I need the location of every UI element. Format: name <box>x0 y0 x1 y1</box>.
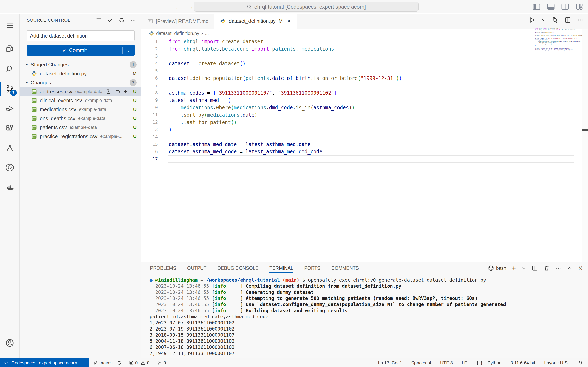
code-line-4[interactable]: 4dataset = create_dataset() <box>141 60 582 67</box>
breadcrumb-file[interactable]: dataset_definition.py <box>156 31 199 36</box>
toggle-sidebar-icon[interactable] <box>532 3 541 11</box>
indentation[interactable]: Spaces: 4 <box>411 360 431 366</box>
split-terminal-icon[interactable] <box>532 265 538 271</box>
code-line-7[interactable]: 7 <box>141 82 582 89</box>
close-panel-icon[interactable]: ✕ <box>578 265 583 271</box>
maximize-panel-chevron-icon[interactable] <box>567 266 572 271</box>
tab-dataset-definition[interactable]: dataset_definition.py M ✕ <box>214 14 297 29</box>
testing-icon[interactable] <box>0 139 20 157</box>
source-control-icon[interactable]: 7 <box>0 80 20 98</box>
scrollbar-handle[interactable] <box>582 129 588 131</box>
python-runtime[interactable]: 3.11.6 64-bit <box>510 360 535 366</box>
commit-dropdown-chevron-icon[interactable]: ⌄ <box>123 48 135 53</box>
toggle-secondary-sidebar-icon[interactable] <box>561 3 569 11</box>
refresh-icon[interactable] <box>119 17 125 23</box>
code-line-15[interactable]: 15dataset.asthma_med_date = latest_asthm… <box>141 141 582 148</box>
run-dropdown-chevron-icon[interactable] <box>541 18 546 22</box>
breadcrumb-more[interactable]: ... <box>205 31 209 36</box>
remote-indicator[interactable]: Codespaces: expert space acorn <box>0 359 89 367</box>
panel-tab-comments[interactable]: COMMENTS <box>331 262 359 275</box>
run-debug-icon[interactable] <box>0 99 20 118</box>
run-file-icon[interactable] <box>529 17 536 24</box>
extensions-icon[interactable] <box>0 119 20 138</box>
docker-icon[interactable] <box>0 178 20 196</box>
remote-icon <box>4 360 9 365</box>
scm-file-row[interactable]: practice_registrations.csvexample-...U <box>20 132 141 141</box>
tab-readme-preview[interactable]: [Preview] README.md <box>141 14 214 29</box>
menu-icon[interactable] <box>0 17 20 35</box>
view-as-tree-icon[interactable] <box>96 17 102 23</box>
file-name: dataset_definition.py <box>40 71 86 77</box>
code-line-11[interactable]: 11 .sort_by(medications.date) <box>141 111 582 119</box>
commit-message-input[interactable] <box>26 30 135 41</box>
open-changes-icon[interactable] <box>552 17 559 24</box>
minimap[interactable]: from ehrql import create_datasetfrom ehr… <box>535 27 582 52</box>
terminal-output[interactable]: ● @iaindillingham → /workspaces/ehrql-tu… <box>150 277 586 358</box>
scm-section-staged-changes[interactable]: ▾Staged Changes1 <box>20 60 141 69</box>
panel-more-actions-icon[interactable] <box>555 265 562 271</box>
code-line-14[interactable]: 14 <box>141 133 582 141</box>
scm-file-row[interactable]: medications.csvexample-dataU <box>20 105 141 114</box>
editor-scrollbar[interactable] <box>582 29 588 262</box>
scm-file-row[interactable]: patients.csvexample-dataU <box>20 123 141 132</box>
eol-sequence[interactable]: LF <box>462 360 467 366</box>
ports-status[interactable]: 0 <box>156 360 166 366</box>
new-terminal-icon[interactable]: + <box>512 264 516 272</box>
code-line-10[interactable]: 10 medications.where(medications.dmd_cod… <box>141 104 582 111</box>
code-line-16[interactable]: 16dataset.asthma_med_code = latest_asthm… <box>141 148 582 155</box>
scm-file-row[interactable]: ons_deaths.csvexample-dataU <box>20 114 141 123</box>
discard-changes-icon[interactable] <box>115 89 121 94</box>
nav-forward-icon[interactable]: → <box>187 3 194 11</box>
git-status-badge: U <box>133 107 137 112</box>
code-line-5[interactable]: 5 <box>141 67 582 75</box>
code-editor[interactable]: 1from ehrql import create_dataset2from e… <box>141 38 582 262</box>
code-line-6[interactable]: 6dataset.define_population(patients.date… <box>141 75 582 82</box>
code-line-17[interactable]: 17 <box>141 155 582 163</box>
more-actions-icon[interactable] <box>130 17 136 23</box>
tab-close-icon[interactable]: ✕ <box>287 18 291 24</box>
sync-icon[interactable] <box>117 360 122 365</box>
search-view-icon[interactable] <box>0 60 20 78</box>
code-line-2[interactable]: 2from ehrql.tables.beta.core import pati… <box>141 45 582 53</box>
notifications-bell-icon[interactable] <box>578 360 583 366</box>
language-mode[interactable]: {․} Python <box>476 360 502 366</box>
scm-file-row[interactable]: dataset_definition.pyM <box>20 69 141 78</box>
code-line-8[interactable]: 8asthma_codes = ["39113311000001107", "3… <box>141 89 582 97</box>
github-icon[interactable] <box>0 158 20 177</box>
kill-terminal-trash-icon[interactable] <box>544 265 550 271</box>
panel-tab-ports[interactable]: PORTS <box>304 262 320 275</box>
code-line-1[interactable]: 1from ehrql import create_dataset <box>141 38 582 45</box>
problems-status[interactable]: 0 0 <box>129 360 150 366</box>
keyboard-layout[interactable]: Layout: U.S. <box>544 360 569 366</box>
nav-back-icon[interactable]: ← <box>175 3 182 11</box>
explorer-icon[interactable] <box>0 40 20 58</box>
panel-tab-output[interactable]: OUTPUT <box>187 262 207 275</box>
stage-changes-icon[interactable]: + <box>124 89 127 94</box>
panel-tab-terminal[interactable]: TERMINAL <box>269 262 293 275</box>
commit-button[interactable]: ✓Commit ⌄ <box>26 45 135 56</box>
panel-tab-problems[interactable]: PROBLEMS <box>150 262 176 275</box>
breadcrumb[interactable]: dataset_definition.py › ... <box>141 29 588 38</box>
code-line-9[interactable]: 9latest_asthma_med = ( <box>141 97 582 104</box>
encoding[interactable]: UTF-8 <box>440 360 453 366</box>
open-file-icon[interactable] <box>106 89 112 94</box>
scm-section-changes[interactable]: ▾Changes7 <box>20 78 141 87</box>
code-line-3[interactable]: 3 <box>141 53 582 60</box>
code-line-12[interactable]: 12 .last_for_patient() <box>141 119 582 126</box>
terminal-dropdown-chevron-icon[interactable] <box>521 266 526 270</box>
code-line-13[interactable]: 13) <box>141 126 582 133</box>
split-editor-icon[interactable] <box>564 17 571 24</box>
customize-layout-icon[interactable] <box>575 3 584 11</box>
command-center-search[interactable]: ehrql-tutorial [Codespaces: expert space… <box>194 2 419 12</box>
account-icon[interactable] <box>0 334 20 352</box>
branch-status[interactable]: main*+ <box>93 360 122 366</box>
commit-check-icon[interactable] <box>107 17 113 23</box>
cursor-position[interactable]: Ln 17, Col 1 <box>378 360 402 366</box>
file-name: clinical_events.csv <box>40 98 82 104</box>
terminal-shell-select[interactable]: bash <box>488 265 506 271</box>
toggle-panel-icon[interactable] <box>547 3 555 11</box>
panel-tab-debug-console[interactable]: DEBUG CONSOLE <box>217 262 259 275</box>
scm-file-row[interactable]: addresses.csvexample-data+U <box>20 87 141 96</box>
scm-file-row[interactable]: clinical_events.csvexample-dataU <box>20 96 141 105</box>
editor-more-actions-icon[interactable] <box>577 17 584 24</box>
